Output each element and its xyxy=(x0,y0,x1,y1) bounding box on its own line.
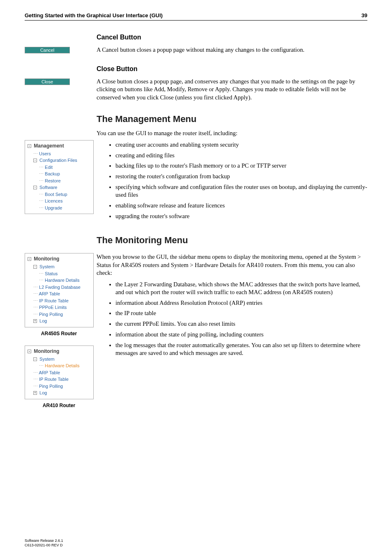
tree-item-users[interactable]: ⋯ Users xyxy=(28,150,91,157)
page-header: Getting Started with the Graphical User … xyxy=(25,12,367,21)
tree-item-system-410[interactable]: - System xyxy=(28,356,91,363)
tree-item-status[interactable]: ⋯ Status xyxy=(28,270,91,277)
tree-item-hardware-details[interactable]: ⋯ Hardware Details xyxy=(28,277,91,284)
management-intro: You can use the GUI to manage the router… xyxy=(97,129,367,138)
tree-title-management: - Management xyxy=(28,142,91,150)
monitoring-tree-ar410: - Monitoring - System ⋯ Hardware Details… xyxy=(25,345,94,399)
footer-line1: Software Release 2.6.1 xyxy=(25,539,63,543)
tree-item-edit[interactable]: ⋯ Edit xyxy=(28,164,91,171)
tree-item-licences[interactable]: ⋯ Licences xyxy=(28,198,91,205)
monitoring-heading: The Monitoring Menu xyxy=(97,234,367,246)
list-item: information about the state of ping poll… xyxy=(115,331,367,339)
collapse-icon[interactable]: - xyxy=(28,257,31,261)
ar450s-caption: AR450S Router xyxy=(25,331,93,336)
list-item: upgrading the router's software xyxy=(115,212,367,220)
monitoring-bullets: the Layer 2 Forwarding Database, which s… xyxy=(97,281,367,357)
tree-item-pppoe-limits[interactable]: ⋯ PPPoE Limits xyxy=(28,304,91,311)
collapse-icon[interactable]: - xyxy=(33,357,37,361)
tree-item-restore[interactable]: ⋯ Restore xyxy=(28,177,91,184)
expand-icon[interactable]: + xyxy=(33,391,37,395)
tree-item-log-410[interactable]: + Log xyxy=(28,389,91,396)
ar410-caption: AR410 Router xyxy=(25,403,93,408)
list-item: backing files up to the router's Flash m… xyxy=(115,162,367,170)
list-item: the current PPPoE limits. You can also r… xyxy=(115,320,367,328)
page-number: 39 xyxy=(362,12,367,18)
tree-item-l2-fwding[interactable]: ⋯ L2 Fwding Database xyxy=(28,284,91,291)
list-item: enabling software release and feature li… xyxy=(115,202,367,210)
list-item: information about Address Resolution Pro… xyxy=(115,299,367,307)
footer-line2: C613-02021-00 REV D xyxy=(25,543,63,548)
management-tree: - Management ⋯ Users - Configuration Fil… xyxy=(25,140,94,214)
collapse-icon[interactable]: - xyxy=(33,159,37,162)
collapse-icon[interactable]: - xyxy=(33,265,37,269)
tree-item-software[interactable]: - Software xyxy=(28,184,91,191)
cancel-button[interactable]: Cancel xyxy=(25,47,70,53)
cancel-paragraph: A Cancel button closes a popup page with… xyxy=(97,46,367,54)
tree-item-ping-polling-410[interactable]: ⋯ Ping Polling xyxy=(28,383,91,390)
close-button[interactable]: Close xyxy=(25,78,70,85)
list-item: restoring the router's configuration fro… xyxy=(115,173,367,180)
collapse-icon[interactable]: - xyxy=(33,186,37,189)
tree-item-ip-route-410[interactable]: ⋯ IP Route Table xyxy=(28,376,91,383)
management-heading: The Management Menu xyxy=(97,113,367,125)
monitoring-tree-ar450s: - Monitoring - System ⋯ Status ⋯ Hardwar… xyxy=(25,253,94,327)
monitoring-intro: When you browse to the GUI, the sidebar … xyxy=(97,253,367,277)
tree-item-ping-polling[interactable]: ⋯ Ping Polling xyxy=(28,311,91,318)
management-bullets: creating user accounts and enabling syst… xyxy=(97,141,367,220)
list-item: creating and editing files xyxy=(115,152,367,159)
tree-item-log[interactable]: + Log xyxy=(28,318,91,325)
tree-item-system[interactable]: - System xyxy=(28,263,91,270)
list-item: the IP route table xyxy=(115,309,367,317)
list-item: specifying which software and configurat… xyxy=(115,183,367,199)
tree-title-monitoring: - Monitoring xyxy=(28,255,91,263)
list-item: creating user accounts and enabling syst… xyxy=(115,141,367,149)
tree-item-backup[interactable]: ⋯ Backup xyxy=(28,170,91,177)
expand-icon[interactable]: + xyxy=(33,319,37,323)
tree-item-config-files[interactable]: - Configuration Files xyxy=(28,157,91,164)
list-item: the log messages that the router automat… xyxy=(115,341,367,357)
tree-item-hardware-details-410[interactable]: ⋯ Hardware Details xyxy=(28,362,91,369)
tree-item-arp-table[interactable]: ⋯ ARP Table xyxy=(28,290,91,297)
collapse-icon[interactable]: - xyxy=(28,350,31,353)
close-heading: Close Button xyxy=(97,64,367,74)
page-footer: Software Release 2.6.1 C613-02021-00 REV… xyxy=(25,539,63,548)
tree-item-upgrade[interactable]: ⋯ Upgrade xyxy=(28,205,91,212)
collapse-icon[interactable]: - xyxy=(28,144,31,148)
tree-item-arp-table-410[interactable]: ⋯ ARP Table xyxy=(28,369,91,376)
cancel-heading: Cancel Button xyxy=(97,33,367,42)
tree-item-boot-setup[interactable]: ⋯ Boot Setup xyxy=(28,191,91,198)
close-paragraph: A Close button closes a popup page, and … xyxy=(97,78,367,102)
tree-title-monitoring-410: - Monitoring xyxy=(28,348,91,355)
header-title: Getting Started with the Graphical User … xyxy=(25,12,163,18)
list-item: the Layer 2 Forwarding Database, which s… xyxy=(115,281,367,296)
tree-item-ip-route[interactable]: ⋯ IP Route Table xyxy=(28,297,91,304)
